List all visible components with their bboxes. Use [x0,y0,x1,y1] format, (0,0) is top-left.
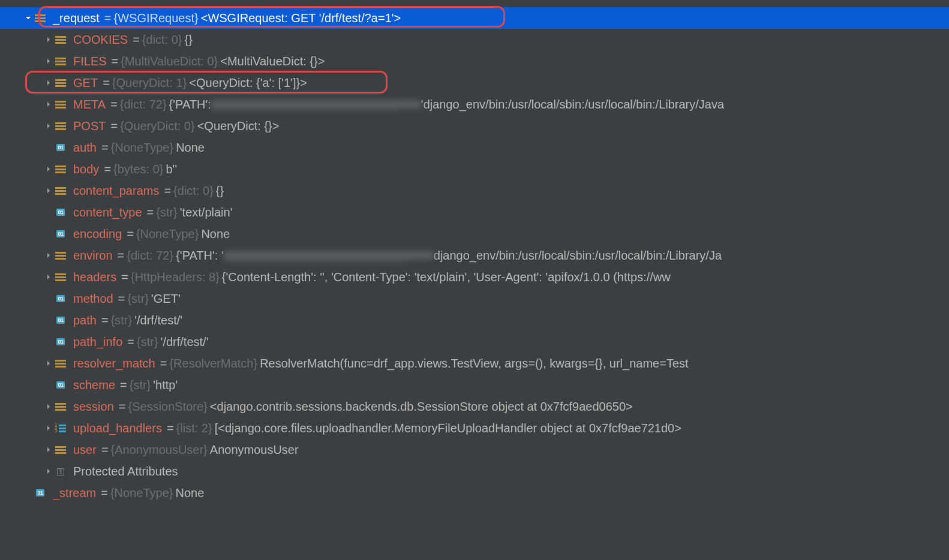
tree-row[interactable]: 01content_type={str} 'text/plain' [0,201,949,223]
var-type: {dict: 0} [173,184,214,198]
var-type: {str} [127,292,149,306]
var-name: content_type [73,206,142,219]
tree-row[interactable]: FILES={MultiValueDict: 0} <MultiValueDic… [0,50,949,72]
dict-icon [34,13,47,23]
tree-row[interactable]: session={SessionStore} <django.contrib.s… [0,396,949,417]
tree-row[interactable]: 01 _stream = {NoneType} None [0,482,949,504]
var-value: {'PATH': ' [176,249,224,263]
tree-row[interactable]: 01path_info={str} '/drf/test/' [0,331,949,353]
var-value: 'http' [153,378,178,392]
var-name: resolver_match [73,357,155,371]
var-type: {list: 2} [176,421,212,435]
var-name: FILES [73,55,107,68]
var-type: {AnonymousUser} [111,443,208,457]
var-name: content_params [73,184,159,198]
var-name: POST [73,119,106,133]
dict-icon [54,444,67,455]
redacted-text: xxxxxxxxxxxxxxxxxxxxxxxxxxxxxxx [224,251,434,260]
expand-arrow-right-icon[interactable] [43,166,54,172]
tree-row[interactable]: 01scheme={str} 'http' [0,374,949,396]
var-value: {} [185,33,193,47]
primitive-icon: 01 [54,207,67,218]
var-type: {str} [156,206,178,219]
list-icon: 123 [54,423,67,433]
var-value: [<django.core.files.uploadhandler.Memory… [215,421,681,435]
expand-arrow-right-icon[interactable] [43,188,54,194]
key-icon: ⚿ [54,466,67,477]
var-value: <QueryDict: {'a': ['1']}> [189,76,307,90]
expand-arrow-right-icon[interactable] [43,404,54,410]
var-type: {QueryDict: 1} [112,76,187,90]
expand-arrow-right-icon[interactable] [43,101,54,107]
var-value: None [175,486,204,500]
var-value: {'PATH': [169,98,211,112]
tree-row[interactable]: 01method={str} 'GET' [0,288,949,309]
variables-tree: _request = {WSGIRequest} <WSGIRequest: G… [0,0,949,504]
dict-icon [54,99,67,110]
primitive-icon: 01 [54,293,67,304]
expand-arrow-right-icon[interactable] [43,447,54,453]
tree-row[interactable]: environ={dict: 72} {'PATH': 'xxxxxxxxxxx… [0,245,949,266]
tree-row[interactable]: POST={QueryDict: 0} <QueryDict: {}> [0,115,949,137]
dict-icon [54,272,67,282]
tree-row[interactable]: COOKIES={dict: 0} {} [0,29,949,50]
var-name: environ [73,249,113,263]
var-value: '/drf/test/' [134,314,182,327]
var-type: {dict: 0} [142,33,182,47]
redacted-text: xxxxxxxxxxxxxxxxxxxxxxxxxxxxxxx [211,100,421,109]
var-name: _request [53,11,100,25]
protected-attributes-label: Protected Attributes [73,465,178,478]
dict-icon [54,77,67,88]
var-type: {HttpHeaders: 8} [131,270,220,284]
var-value: 'GET' [151,292,181,306]
var-type: {SessionStore} [128,400,208,414]
var-name: path_info [73,335,122,349]
expand-arrow-right-icon[interactable] [43,425,54,431]
tree-row[interactable]: headers={HttpHeaders: 8} {'Content-Lengt… [0,266,949,288]
tree-row[interactable]: 123upload_handlers={list: 2} [<django.co… [0,417,949,439]
dict-icon [54,401,67,412]
var-value: ResolverMatch(func=drf_app.views.TestVie… [260,357,688,371]
tree-row[interactable]: body={bytes: 0} b'' [0,158,949,180]
expand-arrow-right-icon[interactable] [43,123,54,129]
expand-arrow-right-icon[interactable] [43,252,54,258]
primitive-icon: 01 [34,487,47,498]
expand-arrow-right-icon[interactable] [43,37,54,43]
dict-icon [54,250,67,261]
dict-icon [54,34,67,45]
tree-row[interactable]: resolver_match={ResolverMatch} ResolverM… [0,353,949,374]
var-name: path [73,314,97,327]
dict-icon [54,121,67,131]
tree-row[interactable]: 01path={str} '/drf/test/' [0,309,949,331]
primitive-icon: 01 [54,142,67,153]
var-type: {NoneType} [136,227,199,241]
var-type: {str} [111,314,133,327]
expand-arrow-right-icon[interactable] [43,468,54,474]
dict-icon [54,56,67,67]
tree-row[interactable]: user={AnonymousUser} AnonymousUser [0,439,949,460]
primitive-icon: 01 [54,315,67,326]
tree-row[interactable]: 01auth={NoneType} None [0,137,949,158]
var-type: {NoneType} [110,486,173,500]
primitive-icon: 01 [54,380,67,390]
var-value: None [201,227,230,241]
tree-row[interactable]: META={dict: 72} {'PATH': xxxxxxxxxxxxxxx… [0,94,949,115]
tree-row[interactable]: GET={QueryDict: 1} <QueryDict: {'a': ['1… [0,72,949,94]
primitive-icon: 01 [54,228,67,239]
expand-arrow-right-icon[interactable] [43,58,54,64]
var-type: {ResolverMatch} [169,357,257,371]
var-type: {bytes: 0} [113,162,163,176]
var-type: {str} [137,335,158,349]
tree-row[interactable]: 01encoding={NoneType} None [0,223,949,245]
var-name: META [73,98,106,112]
dict-icon [54,358,67,369]
expand-arrow-right-icon[interactable] [43,360,54,366]
tree-row-root[interactable]: _request = {WSGIRequest} <WSGIRequest: G… [0,7,949,29]
expand-arrow-right-icon[interactable] [43,80,54,86]
expand-arrow-down-icon[interactable] [23,15,34,21]
expand-arrow-right-icon[interactable] [43,274,54,280]
tree-row[interactable]: content_params={dict: 0} {} [0,180,949,201]
var-value: <django.contrib.sessions.backends.db.Ses… [210,400,633,414]
tree-row[interactable]: ⚿Protected Attributes [0,460,949,482]
var-value: None [176,141,205,155]
